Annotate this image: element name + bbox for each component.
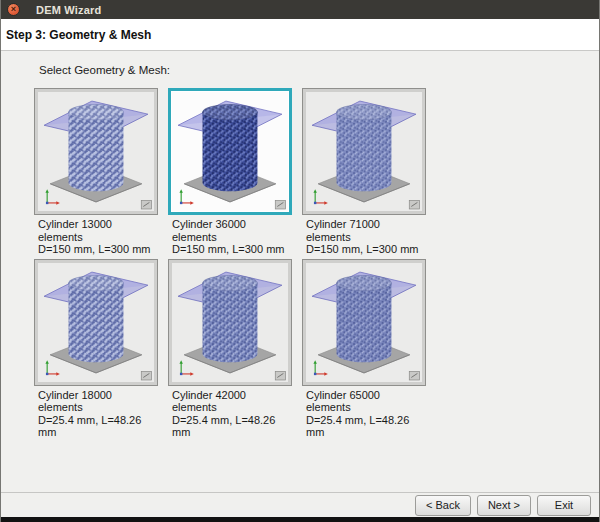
particle-cylinder: [69, 112, 124, 191]
geometry-thumbnail[interactable]: [34, 88, 158, 215]
cylinder-3d-view: [306, 92, 422, 211]
geometry-option[interactable]: Cylinder 13000 elements D=150 mm, L=300 …: [34, 88, 158, 259]
geometry-option[interactable]: Cylinder 65000 elements D=25.4 mm, L=48.…: [302, 259, 426, 442]
axis-triad-icon: [313, 189, 327, 204]
step-title: Step 3: Geometry & Mesh: [6, 28, 151, 42]
zoom-badge-icon: [275, 200, 285, 209]
exit-button[interactable]: Exit: [537, 495, 591, 516]
geometry-dimensions: D=25.4 mm, L=48.26 mm: [38, 414, 156, 439]
window-title: DEM Wizard: [36, 4, 101, 16]
particle-cylinder: [69, 283, 124, 362]
geometry-title: Cylinder 42000 elements: [172, 389, 246, 414]
step-header: Step 3: Geometry & Mesh: [1, 19, 599, 51]
window-bottom-edge: [1, 517, 599, 522]
geometry-thumbnail[interactable]: [168, 88, 292, 215]
cylinder-render: [172, 263, 288, 382]
geometry-title: Cylinder 71000 elements: [306, 218, 380, 243]
cylinder-3d-view: [38, 92, 154, 211]
cylinder-3d-view: [172, 92, 288, 211]
geometry-thumbnail[interactable]: [34, 259, 158, 386]
geometry-option[interactable]: Cylinder 36000 elements D=150 mm, L=300 …: [168, 88, 292, 259]
axis-triad-icon: [179, 189, 193, 204]
cylinder-render: [306, 92, 422, 211]
geometry-title: Cylinder 65000 elements: [306, 389, 380, 414]
close-icon[interactable]: ×: [7, 3, 20, 16]
thumbnail-grid: Cylinder 13000 elements D=150 mm, L=300 …: [34, 88, 599, 442]
dem-wizard-window: × DEM Wizard Step 3: Geometry & Mesh Sel…: [0, 0, 600, 522]
particle-cylinder: [337, 283, 392, 362]
particle-cylinder: [337, 112, 392, 191]
back-button[interactable]: < Back: [415, 495, 471, 516]
button-bar: < Back Next > Exit: [1, 492, 599, 517]
particle-cylinder: [203, 112, 258, 191]
geometry-option[interactable]: Cylinder 42000 elements D=25.4 mm, L=48.…: [168, 259, 292, 442]
geometry-title: Cylinder 36000 elements: [172, 218, 246, 243]
geometry-title: Cylinder 13000 elements: [38, 218, 112, 243]
geometry-thumbnail[interactable]: [302, 259, 426, 386]
geometry-dimensions: D=25.4 mm, L=48.26 mm: [172, 414, 290, 439]
geometry-dimensions: D=150 mm, L=300 mm: [172, 243, 290, 256]
geometry-caption: Cylinder 18000 elements D=25.4 mm, L=48.…: [34, 386, 156, 439]
cylinder-render: [38, 263, 154, 382]
content-area: Select Geometry & Mesh:: [1, 51, 599, 492]
geometry-caption: Cylinder 36000 elements D=150 mm, L=300 …: [168, 215, 290, 256]
particle-cylinder: [203, 283, 258, 362]
zoom-badge-icon: [275, 371, 285, 380]
cylinder-render: [172, 92, 288, 211]
geometry-caption: Cylinder 71000 elements D=150 mm, L=300 …: [302, 215, 424, 256]
cylinder-3d-view: [38, 263, 154, 382]
next-button[interactable]: Next >: [477, 495, 531, 516]
geometry-title: Cylinder 18000 elements: [38, 389, 112, 414]
geometry-option[interactable]: Cylinder 71000 elements D=150 mm, L=300 …: [302, 88, 426, 259]
zoom-badge-icon: [141, 200, 151, 209]
cylinder-render: [306, 263, 422, 382]
axis-triad-icon: [45, 360, 59, 375]
close-glyph: ×: [11, 5, 16, 14]
geometry-thumbnail[interactable]: [168, 259, 292, 386]
zoom-badge-icon: [409, 200, 419, 209]
geometry-caption: Cylinder 65000 elements D=25.4 mm, L=48.…: [302, 386, 424, 439]
axis-triad-icon: [179, 360, 193, 375]
cylinder-render: [38, 92, 154, 211]
zoom-badge-icon: [141, 371, 151, 380]
geometry-thumbnail[interactable]: [302, 88, 426, 215]
geometry-caption: Cylinder 42000 elements D=25.4 mm, L=48.…: [168, 386, 290, 439]
geometry-dimensions: D=150 mm, L=300 mm: [306, 243, 424, 256]
geometry-option[interactable]: Cylinder 18000 elements D=25.4 mm, L=48.…: [34, 259, 158, 442]
geometry-dimensions: D=25.4 mm, L=48.26 mm: [306, 414, 424, 439]
select-geometry-label: Select Geometry & Mesh:: [39, 64, 599, 76]
axis-triad-icon: [45, 189, 59, 204]
geometry-dimensions: D=150 mm, L=300 mm: [38, 243, 156, 256]
cylinder-3d-view: [306, 263, 422, 382]
zoom-badge-icon: [409, 371, 419, 380]
titlebar[interactable]: × DEM Wizard: [1, 0, 599, 19]
geometry-caption: Cylinder 13000 elements D=150 mm, L=300 …: [34, 215, 156, 256]
axis-triad-icon: [313, 360, 327, 375]
cylinder-3d-view: [172, 263, 288, 382]
